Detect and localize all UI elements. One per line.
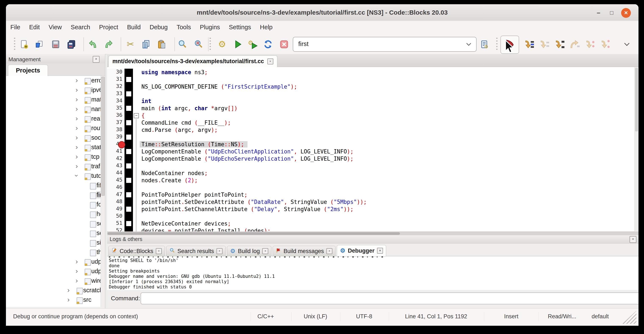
build-and-run-button[interactable]: ⚙ — [246, 37, 260, 51]
breakpoint-margin[interactable] — [124, 227, 133, 231]
breakpoint-margin[interactable] — [124, 198, 133, 206]
menu-build[interactable]: Build — [122, 21, 145, 31]
breakpoint-margin[interactable] — [124, 76, 133, 83]
breakpoint-margin[interactable] — [124, 162, 133, 170]
fold-margin[interactable]: − — [133, 112, 139, 119]
tree-collapse-chevron-icon[interactable]: › — [67, 286, 70, 294]
fold-margin[interactable] — [133, 162, 139, 170]
tree-collapse-chevron-icon[interactable]: › — [76, 95, 78, 103]
breakpoint-margin[interactable] — [124, 90, 133, 98]
tab-projects[interactable]: Projects — [8, 65, 48, 76]
line-number[interactable]: 45 — [107, 177, 124, 184]
fold-margin[interactable] — [133, 155, 139, 162]
menu-project[interactable]: Project — [95, 21, 122, 31]
management-close-icon[interactable]: × — [93, 56, 100, 63]
log-tab-close-icon[interactable]: × — [326, 248, 332, 254]
code-line[interactable]: 32NS_LOG_COMPONENT_DEFINE ("FirstScriptE… — [107, 83, 638, 90]
tree-item[interactable]: ›reall — [6, 114, 101, 124]
log-tab-build-log[interactable]: ⚙Build log× — [227, 246, 272, 256]
fold-margin[interactable] — [133, 213, 139, 220]
code-line[interactable]: 43 — [107, 162, 638, 170]
tree-scrollbar[interactable] — [100, 76, 105, 307]
code-line[interactable]: 42 LogComponentEnable ("UdpEchoServerApp… — [107, 155, 638, 162]
build-target-combo[interactable]: first — [293, 37, 476, 52]
breakpoint-margin[interactable] — [124, 177, 133, 184]
run-to-cursor-button[interactable] — [522, 37, 536, 51]
code-line[interactable]: 40 Time::SetResolution (Time::NS); — [107, 141, 638, 148]
tree-item[interactable]: ›tuto — [6, 171, 101, 181]
code-line[interactable]: 35main (int argc, char *argv[]) — [107, 105, 638, 112]
fold-margin[interactable] — [133, 76, 139, 83]
minimize-button[interactable]: – — [594, 8, 603, 18]
fold-margin[interactable] — [133, 69, 139, 76]
fold-marker-icon[interactable]: − — [134, 113, 139, 118]
tree-item[interactable]: ›src — [6, 295, 101, 305]
fold-margin[interactable] — [133, 141, 139, 148]
tree-item[interactable]: fir — [6, 190, 101, 200]
tree-collapse-chevron-icon[interactable]: › — [76, 114, 78, 122]
fold-margin[interactable] — [133, 170, 139, 177]
tree-item[interactable]: fif — [6, 181, 101, 190]
tree-item[interactable]: ›mat — [6, 95, 101, 105]
replace-button[interactable]: R — [192, 37, 206, 51]
tree-collapse-chevron-icon[interactable]: › — [76, 143, 78, 151]
breakpoint-margin[interactable] — [124, 119, 133, 126]
tree-collapse-chevron-icon[interactable]: › — [76, 76, 78, 84]
tree-item[interactable]: ›stat — [6, 143, 101, 152]
fold-margin[interactable] — [133, 220, 139, 227]
logs-caption[interactable]: Logs & others × — [107, 235, 638, 243]
tree-item[interactable]: ›wire — [6, 276, 101, 286]
breakpoint-margin[interactable] — [124, 83, 133, 90]
line-number[interactable]: 48 — [107, 198, 124, 206]
tree-item[interactable]: ›rout — [6, 124, 101, 133]
breakpoint-margin[interactable] — [124, 206, 133, 213]
copy-button[interactable] — [139, 37, 153, 51]
tree-collapse-chevron-icon[interactable]: › — [76, 267, 78, 275]
close-button[interactable]: × — [621, 8, 631, 18]
tree-item[interactable]: fo — [6, 200, 101, 209]
line-number[interactable]: 36 — [107, 112, 124, 119]
log-tab-close-icon[interactable]: × — [216, 248, 222, 254]
tree-collapse-chevron-icon[interactable]: › — [76, 153, 78, 160]
menu-file[interactable]: File — [6, 21, 25, 31]
tree-item[interactable]: six — [6, 238, 101, 247]
line-number[interactable]: 32 — [107, 83, 124, 90]
debugger-log-output[interactable]: Setting SHELL to '/bin/sh'doneSetting br… — [107, 256, 638, 290]
title-bar[interactable]: mnt/dev/tools/source/ns-3-dev/examples/t… — [6, 4, 638, 21]
breakpoint-icon[interactable] — [118, 141, 125, 148]
fold-margin[interactable] — [133, 90, 139, 98]
toolbar-grip[interactable] — [496, 38, 498, 51]
menu-edit[interactable]: Edit — [25, 21, 44, 31]
tree-item[interactable]: ›tcp — [6, 152, 101, 162]
breakpoint-margin[interactable] — [124, 141, 133, 148]
tree-item[interactable]: he — [6, 209, 101, 219]
line-number[interactable]: 49 — [107, 206, 124, 213]
menu-settings[interactable]: Settings — [224, 21, 256, 31]
breakpoint-margin[interactable] — [124, 170, 133, 177]
breakpoint-margin[interactable] — [124, 134, 133, 141]
management-caption[interactable]: Management × — [6, 55, 105, 64]
next-line-button[interactable] — [538, 37, 552, 51]
code-line[interactable]: 30using namespace ns3; — [107, 69, 638, 76]
maximize-button[interactable]: □ — [607, 8, 616, 18]
run-button[interactable] — [231, 37, 245, 51]
fold-margin[interactable] — [133, 83, 139, 90]
tree-item[interactable]: ›nam — [6, 105, 101, 114]
code-line[interactable]: 49 pointToPoint.SetChannelAttribute ("De… — [107, 206, 638, 213]
find-button[interactable] — [176, 37, 190, 51]
undo-button[interactable] — [86, 37, 100, 51]
code-line[interactable]: 52 devices = pointToPoint.Install (nodes… — [107, 227, 638, 231]
line-number[interactable]: 39 — [107, 134, 124, 141]
fold-margin[interactable] — [133, 126, 139, 134]
line-number[interactable]: 47 — [107, 191, 124, 198]
code-line[interactable]: 51 NetDeviceContainer devices; — [107, 220, 638, 227]
breakpoint-margin[interactable] — [124, 191, 133, 198]
log-tab-close-icon[interactable]: × — [262, 248, 268, 254]
log-tab-close-icon[interactable]: × — [156, 248, 162, 254]
code-line[interactable]: 38 cmd.Parse (argc, argv); — [107, 126, 638, 134]
tree-expanded-chevron-icon[interactable]: › — [73, 174, 81, 177]
menu-plugins[interactable]: Plugins — [196, 21, 224, 31]
line-number[interactable]: 44 — [107, 170, 124, 177]
command-input[interactable] — [140, 292, 638, 304]
breakpoint-margin[interactable] — [124, 155, 133, 162]
